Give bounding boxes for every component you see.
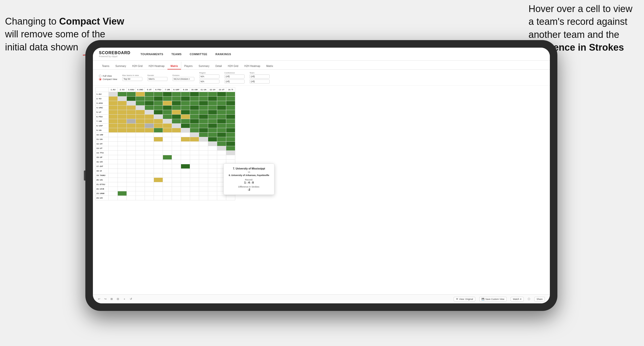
matrix-cell[interactable] [217, 137, 226, 142]
matrix-cell[interactable] [136, 164, 145, 169]
full-view-radio[interactable]: Full View [99, 75, 117, 77]
matrix-cell[interactable] [118, 133, 127, 137]
matrix-cell[interactable] [127, 173, 136, 178]
matrix-cell[interactable] [226, 119, 235, 124]
matrix-cell[interactable] [226, 133, 235, 137]
matrix-cell[interactable] [127, 164, 136, 169]
matrix-cell[interactable] [199, 160, 208, 164]
matrix-cell[interactable] [199, 101, 208, 106]
matrix-cell[interactable] [199, 173, 208, 178]
matrix-cell[interactable] [136, 191, 145, 196]
matrix-cell[interactable] [127, 137, 136, 142]
matrix-cell[interactable] [118, 110, 127, 115]
matrix-cell[interactable] [217, 196, 226, 200]
matrix-cell[interactable] [127, 110, 136, 115]
matrix-cell[interactable] [136, 146, 145, 151]
matrix-cell[interactable] [127, 151, 136, 155]
matrix-cell[interactable] [145, 142, 154, 146]
matrix-cell[interactable] [226, 196, 235, 200]
matrix-cell[interactable] [118, 169, 127, 173]
matrix-cell[interactable] [181, 97, 190, 101]
matrix-cell[interactable] [154, 119, 163, 124]
matrix-cell[interactable] [226, 92, 235, 97]
matrix-cell[interactable] [226, 101, 235, 106]
compact-view-radio[interactable]: Compact View [99, 78, 117, 80]
matrix-cell[interactable] [118, 146, 127, 151]
matrix-cell[interactable] [190, 173, 199, 178]
matrix-cell[interactable] [181, 106, 190, 110]
matrix-cell[interactable] [118, 115, 127, 119]
matrix-cell[interactable] [199, 191, 208, 196]
matrix-cell[interactable] [136, 160, 145, 164]
matrix-cell[interactable] [163, 146, 172, 151]
matrix-cell[interactable] [208, 182, 217, 187]
matrix-cell[interactable] [208, 92, 217, 97]
matrix-cell[interactable] [118, 151, 127, 155]
matrix-cell[interactable] [118, 137, 127, 142]
matrix-cell[interactable] [145, 110, 154, 115]
matrix-cell[interactable] [145, 178, 154, 182]
matrix-cell[interactable] [163, 196, 172, 200]
matrix-cell[interactable] [145, 101, 154, 106]
matrix-cell[interactable] [172, 110, 181, 115]
matrix-cell[interactable] [127, 97, 136, 101]
matrix-cell[interactable] [172, 187, 181, 191]
region-select2[interactable]: N/A [199, 79, 219, 83]
matrix-cell[interactable] [136, 187, 145, 191]
matrix-cell[interactable] [217, 115, 226, 119]
matrix-cell[interactable] [181, 119, 190, 124]
matrix-cell[interactable] [118, 191, 127, 196]
matrix-cell[interactable] [163, 151, 172, 155]
matrix-cell[interactable] [181, 146, 190, 151]
matrix-cell[interactable] [127, 169, 136, 173]
matrix-cell[interactable] [208, 173, 217, 178]
matrix-cell[interactable] [118, 119, 127, 124]
grid-icon[interactable]: ⊞ [110, 297, 113, 301]
matrix-cell[interactable] [163, 187, 172, 191]
matrix-cell[interactable] [190, 106, 199, 110]
matrix-cell[interactable] [163, 142, 172, 146]
matrix-cell[interactable] [127, 142, 136, 146]
matrix-cell[interactable] [172, 142, 181, 146]
matrix-cell[interactable] [199, 187, 208, 191]
matrix-cell[interactable] [190, 119, 199, 124]
matrix-cell[interactable] [154, 142, 163, 146]
matrix-cell[interactable] [208, 137, 217, 142]
matrix-cell[interactable] [217, 151, 226, 155]
matrix-cell[interactable] [190, 115, 199, 119]
matrix-cell[interactable] [154, 92, 163, 97]
team-select[interactable]: (All) [250, 74, 270, 78]
matrix-cell[interactable] [154, 146, 163, 151]
matrix-cell[interactable] [190, 155, 199, 160]
matrix-cell[interactable] [145, 97, 154, 101]
matrix-cell[interactable] [217, 142, 226, 146]
matrix-cell[interactable] [172, 182, 181, 187]
matrix-cell[interactable] [154, 196, 163, 200]
matrix-cell[interactable] [163, 164, 172, 169]
matrix-cell[interactable] [154, 110, 163, 115]
matrix-cell[interactable] [181, 137, 190, 142]
matrix-cell[interactable] [154, 187, 163, 191]
matrix-cell[interactable] [172, 191, 181, 196]
conference-select[interactable]: (All) [224, 74, 245, 78]
matrix-cell[interactable] [181, 92, 190, 97]
matrix-cell[interactable] [109, 146, 118, 151]
matrix-cell[interactable] [208, 133, 217, 137]
matrix-cell[interactable] [208, 191, 217, 196]
matrix-cell[interactable] [181, 164, 190, 169]
matrix-cell[interactable] [145, 164, 154, 169]
matrix-cell[interactable] [190, 142, 199, 146]
matrix-cell[interactable] [136, 182, 145, 187]
matrix-cell[interactable] [208, 128, 217, 133]
matrix-cell[interactable] [145, 124, 154, 128]
matrix-cell[interactable] [118, 164, 127, 169]
matrix-cell[interactable] [190, 146, 199, 151]
matrix-cell[interactable] [208, 101, 217, 106]
nav-teams[interactable]: TEAMS [171, 52, 182, 57]
matrix-cell[interactable] [127, 92, 136, 97]
matrix-cell[interactable] [118, 92, 127, 97]
matrix-cell[interactable] [163, 133, 172, 137]
matrix-cell[interactable] [109, 101, 118, 106]
matrix-cell[interactable] [199, 110, 208, 115]
matrix-cell[interactable] [217, 133, 226, 137]
